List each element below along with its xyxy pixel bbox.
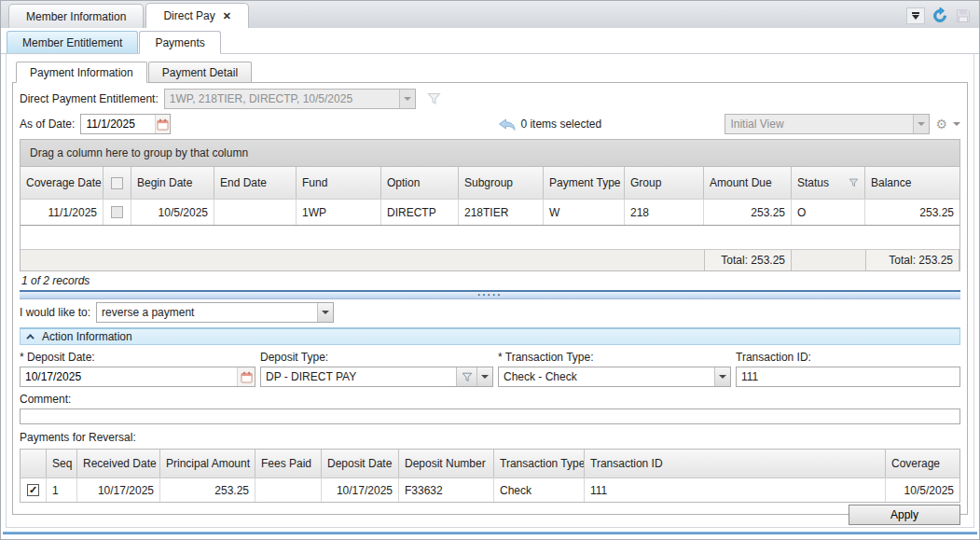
column-header-transaction-type[interactable]: Transaction Type — [494, 450, 585, 478]
column-header-amount-due[interactable]: Amount Due — [704, 167, 792, 199]
payment-information-panel: Direct Payment Entitlement: 1WP, 218TIER… — [12, 82, 968, 515]
gear-icon[interactable]: ⚙ — [935, 118, 947, 131]
filter-icon[interactable] — [456, 367, 476, 386]
close-icon[interactable]: ✕ — [223, 11, 231, 21]
entitlement-value: 1WP, 218TIER, DIRECTP, 10/5/2025 — [165, 90, 399, 108]
cell-seq: 1 — [47, 478, 77, 502]
action-row: I would like to: reverse a payment — [20, 302, 960, 323]
chevron-down-icon[interactable] — [714, 367, 730, 386]
payments-for-reversal-label: Payments for Reversal: — [20, 429, 960, 447]
select-all-checkbox[interactable] — [111, 177, 123, 189]
reversal-grid: Seq Received Date Principal Amount Fees … — [20, 449, 960, 503]
column-header-balance[interactable]: Balance — [865, 167, 959, 199]
tab-member-information[interactable]: Member Information — [8, 4, 144, 28]
column-header-group[interactable]: Group — [625, 167, 704, 199]
tab-label: Member Information — [26, 10, 126, 23]
tab-direct-pay[interactable]: Direct Pay ✕ — [145, 3, 249, 28]
row-checkbox-checked[interactable]: ✓ — [27, 484, 39, 496]
grid-empty-area — [21, 225, 959, 249]
column-header-option[interactable]: Option — [381, 167, 459, 199]
action-combobox[interactable]: reverse a payment — [96, 302, 334, 323]
column-header-subgroup[interactable]: Subgroup — [459, 167, 544, 199]
tab-member-entitlement[interactable]: Member Entitlement — [7, 31, 138, 53]
column-header-fees-paid[interactable]: Fees Paid — [255, 450, 322, 478]
column-header-deposit-date[interactable]: Deposit Date — [322, 450, 399, 478]
apply-row: Apply — [20, 505, 960, 525]
cell-select[interactable] — [104, 200, 131, 225]
deposit-date-input[interactable] — [21, 367, 237, 386]
chevron-down-icon — [913, 115, 929, 133]
cell-deposit-number: F33632 — [399, 478, 494, 502]
transaction-id-input[interactable] — [736, 367, 960, 387]
reversal-header-row: Seq Received Date Principal Amount Fees … — [21, 450, 959, 478]
tab-payments[interactable]: Payments — [139, 31, 220, 54]
cell-balance: 253.25 — [865, 200, 959, 225]
tab-payment-information[interactable]: Payment Information — [16, 62, 147, 83]
column-header-payment-type[interactable]: Payment Type — [544, 167, 625, 199]
view-options-chevron-icon[interactable] — [953, 122, 960, 126]
as-of-date-picker[interactable] — [80, 114, 171, 134]
column-header-status[interactable]: Status — [792, 167, 865, 199]
deposit-type-combobox[interactable]: DP - DIRECT PAY — [260, 367, 493, 387]
transaction-type-combobox[interactable]: Check - Check — [498, 367, 731, 387]
tab-payment-detail[interactable]: Payment Detail — [148, 62, 252, 82]
group-by-bar[interactable]: Drag a column here to group by that colu… — [21, 140, 959, 167]
table-row[interactable]: 11/1/2025 10/5/2025 1WP DIRECTP 218TIER … — [21, 199, 959, 225]
column-header-select[interactable] — [21, 450, 47, 478]
column-header-coverage[interactable]: Coverage — [886, 450, 959, 478]
column-header-end-date[interactable]: End Date — [214, 167, 297, 199]
entitlement-combobox: 1WP, 218TIER, DIRECTP, 10/5/2025 — [164, 89, 416, 109]
payments-page: Payment Information Payment Detail Direc… — [6, 54, 974, 528]
table-row[interactable]: ✓ 1 10/17/2025 253.25 10/17/2025 F33632 … — [21, 478, 959, 502]
filter-icon — [427, 92, 441, 105]
calendar-icon[interactable] — [155, 115, 170, 133]
column-header-begin-date[interactable]: Begin Date — [131, 167, 214, 199]
calendar-icon[interactable] — [237, 367, 255, 386]
action-information-expander[interactable]: Action Information — [20, 327, 960, 345]
deposit-type-value: DP - DIRECT PAY — [261, 367, 456, 386]
column-header-coverage-date[interactable]: Coverage Date — [21, 167, 104, 199]
cell-status: O — [792, 200, 865, 225]
as-of-date-input[interactable] — [81, 115, 155, 133]
column-header-principal-amount[interactable]: Principal Amount — [160, 450, 255, 478]
document-tabstrip: Member Information Direct Pay ✕ — [1, 1, 979, 28]
payment-tabstrip: Payment Information Payment Detail — [12, 62, 968, 82]
record-count: 1 of 2 records — [20, 271, 960, 289]
chevron-down-icon — [317, 303, 333, 322]
chevron-down-icon[interactable] — [476, 367, 492, 386]
tab-list-dropdown-icon[interactable] — [906, 7, 925, 24]
column-header-transaction-id[interactable]: Transaction ID — [585, 450, 886, 478]
splitter-grip-icon: ····· — [477, 293, 503, 298]
payments-grid: Drag a column here to group by that colu… — [20, 139, 960, 271]
total-balance: Total: 253.25 — [865, 250, 959, 270]
application-window: Member Information Direct Pay ✕ Member E… — [0, 0, 980, 540]
row-checkbox[interactable] — [111, 206, 123, 218]
save-icon — [955, 7, 972, 24]
column-header-received-date[interactable]: Received Date — [77, 450, 160, 478]
entitlement-label: Direct Payment Entitlement: — [20, 92, 159, 105]
column-header-select[interactable] — [104, 167, 131, 199]
transaction-id-label: Transaction ID: — [736, 349, 960, 367]
refresh-icon[interactable] — [932, 7, 948, 24]
comment-input[interactable] — [20, 408, 960, 424]
splitter-handle[interactable]: ····· — [20, 290, 960, 299]
column-header-deposit-number[interactable]: Deposit Number — [399, 450, 494, 478]
apply-button[interactable]: Apply — [849, 505, 960, 525]
tab-label: Payments — [155, 36, 204, 49]
chevron-up-icon — [26, 334, 34, 341]
as-of-row: As of Date: — [20, 114, 960, 134]
transaction-type-value: Check - Check — [499, 367, 714, 386]
cell-group: 218 — [625, 200, 704, 225]
cell-received-date: 10/17/2025 — [77, 478, 160, 502]
column-header-seq[interactable]: Seq — [47, 450, 77, 478]
i-would-like-to-label: I would like to: — [20, 306, 90, 319]
deposit-date-picker[interactable] — [20, 367, 255, 387]
cell-select[interactable]: ✓ — [21, 478, 47, 502]
cell-transaction-id: 111 — [585, 478, 886, 502]
column-header-fund[interactable]: Fund — [297, 167, 381, 199]
filter-icon[interactable] — [849, 178, 859, 187]
cell-option: DIRECTP — [381, 200, 459, 225]
cell-fees-paid — [255, 478, 322, 502]
selection-status: 0 items selected — [498, 118, 601, 131]
toolbar — [906, 7, 979, 28]
